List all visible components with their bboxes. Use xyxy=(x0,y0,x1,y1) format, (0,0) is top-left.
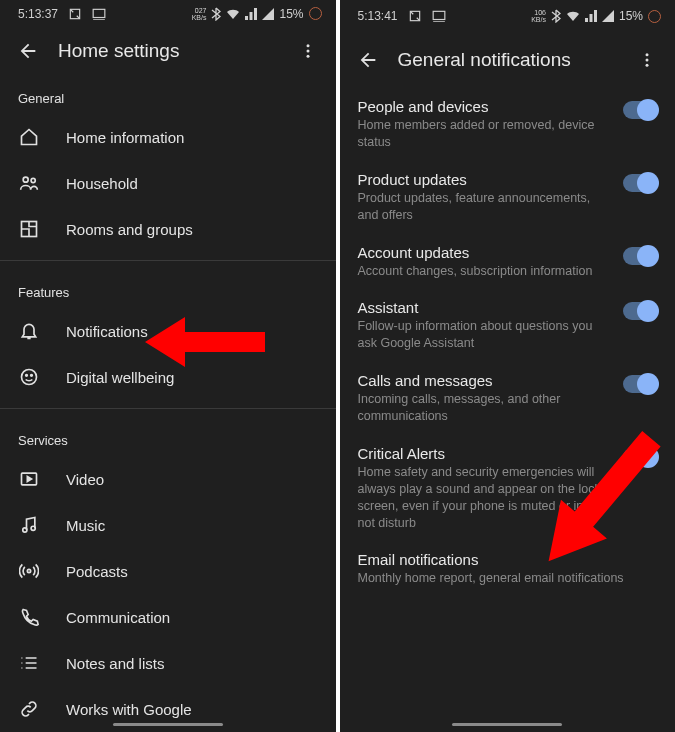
toggle-switch[interactable] xyxy=(623,448,657,466)
svg-point-18 xyxy=(646,59,649,62)
svg-point-3 xyxy=(306,50,309,53)
toggle-title: Account updates xyxy=(358,244,612,261)
item-label: Home information xyxy=(66,129,184,146)
svg-point-2 xyxy=(306,45,309,48)
toggle-title: Calls and messages xyxy=(358,372,612,389)
cast-icon xyxy=(92,8,106,20)
battery-pct: 15% xyxy=(279,7,303,21)
item-notes-lists[interactable]: Notes and lists xyxy=(0,640,336,686)
arrow-back-icon xyxy=(357,49,379,71)
item-communication[interactable]: Communication xyxy=(0,594,336,640)
svg-point-6 xyxy=(31,179,35,183)
back-button[interactable] xyxy=(10,33,46,69)
section-header-general: General xyxy=(0,75,336,114)
toggle-title: Product updates xyxy=(358,171,612,188)
toggle-critical-alerts[interactable]: Critical Alerts Home safety and security… xyxy=(340,435,676,542)
status-time: 5:13:37 xyxy=(18,7,58,21)
toggle-subtitle: Monthly home report, general email notif… xyxy=(358,570,646,587)
page-title: Home settings xyxy=(58,40,290,62)
app-bar: Home settings xyxy=(0,27,336,75)
more-vert-icon xyxy=(299,42,317,60)
signal-icon xyxy=(585,10,597,22)
toggle-subtitle: Follow-up information about questions yo… xyxy=(358,318,612,352)
toggle-title: Email notifications xyxy=(358,551,646,568)
phone-icon xyxy=(18,606,40,628)
net-speed: 106KB/s xyxy=(531,9,546,23)
toggle-product-updates[interactable]: Product updates Product updates, feature… xyxy=(340,161,676,234)
toggle-calls-messages[interactable]: Calls and messages Incoming calls, messa… xyxy=(340,362,676,435)
item-household[interactable]: Household xyxy=(0,160,336,206)
toggle-assistant[interactable]: Assistant Follow-up information about qu… xyxy=(340,289,676,362)
arrow-back-icon xyxy=(17,40,39,62)
bluetooth-icon xyxy=(551,9,561,23)
signal-icon xyxy=(245,8,257,20)
svg-rect-16 xyxy=(433,11,445,19)
svg-point-12 xyxy=(23,528,27,532)
svg-point-10 xyxy=(31,375,33,377)
item-label: Podcasts xyxy=(66,563,128,580)
item-label: Rooms and groups xyxy=(66,221,193,238)
nav-indicator[interactable] xyxy=(113,723,223,726)
people-icon xyxy=(18,172,40,194)
item-digital-wellbeing[interactable]: Digital wellbeing xyxy=(0,354,336,400)
more-button[interactable] xyxy=(290,33,326,69)
item-label: Video xyxy=(66,471,104,488)
item-rooms-groups[interactable]: Rooms and groups xyxy=(0,206,336,252)
signal-icon-2 xyxy=(602,10,614,22)
back-button[interactable] xyxy=(350,42,386,78)
svg-point-14 xyxy=(27,569,30,572)
toggle-switch[interactable] xyxy=(623,302,657,320)
toggle-email-notifications[interactable]: Email notifications Monthly home report,… xyxy=(340,541,676,597)
section-header-features: Features xyxy=(0,269,336,308)
item-label: Communication xyxy=(66,609,170,626)
wifi-icon xyxy=(226,8,240,20)
page-title: General notifications xyxy=(398,49,630,71)
bluetooth-icon xyxy=(211,7,221,21)
item-home-information[interactable]: Home information xyxy=(0,114,336,160)
svg-point-4 xyxy=(306,55,309,58)
nav-indicator[interactable] xyxy=(452,723,562,726)
divider xyxy=(0,260,336,261)
music-icon xyxy=(18,514,40,536)
net-speed: 027KB/s xyxy=(192,7,207,21)
divider xyxy=(0,408,336,409)
item-notifications[interactable]: Notifications xyxy=(0,308,336,354)
item-label: Notifications xyxy=(66,323,148,340)
screenshot-icon xyxy=(408,9,422,23)
toggle-people-devices[interactable]: People and devices Home members added or… xyxy=(340,88,676,161)
toggle-subtitle: Incoming calls, messages, and other comm… xyxy=(358,391,612,425)
toggle-switch[interactable] xyxy=(623,174,657,192)
item-music[interactable]: Music xyxy=(0,502,336,548)
screenshot-icon xyxy=(68,7,82,21)
item-video[interactable]: Video xyxy=(0,456,336,502)
app-bar: General notifications xyxy=(340,32,676,88)
battery-ring-icon xyxy=(309,7,322,20)
toggle-subtitle: Home safety and security emergencies wil… xyxy=(358,464,612,532)
svg-point-17 xyxy=(646,53,649,56)
more-button[interactable] xyxy=(629,42,665,78)
svg-point-19 xyxy=(646,64,649,67)
wellbeing-icon xyxy=(18,366,40,388)
svg-point-5 xyxy=(23,177,28,182)
toggle-switch[interactable] xyxy=(623,375,657,393)
svg-point-8 xyxy=(22,370,37,385)
status-bar: 5:13:37 027KB/s 15% xyxy=(0,0,336,27)
toggle-switch[interactable] xyxy=(623,101,657,119)
svg-point-13 xyxy=(31,526,35,530)
cast-icon xyxy=(432,10,446,22)
list-icon xyxy=(18,652,40,674)
toggle-subtitle: Account changes, subscription informatio… xyxy=(358,263,612,280)
toggle-switch[interactable] xyxy=(623,247,657,265)
item-label: Notes and lists xyxy=(66,655,164,672)
battery-ring-icon xyxy=(648,10,661,23)
home-icon xyxy=(18,126,40,148)
video-icon xyxy=(18,468,40,490)
item-podcasts[interactable]: Podcasts xyxy=(0,548,336,594)
toggle-subtitle: Home members added or removed, device st… xyxy=(358,117,612,151)
section-header-services: Services xyxy=(0,417,336,456)
wifi-icon xyxy=(566,10,580,22)
svg-rect-1 xyxy=(93,9,105,17)
toggle-account-updates[interactable]: Account updates Account changes, subscri… xyxy=(340,234,676,290)
toggle-title: Critical Alerts xyxy=(358,445,612,462)
item-label: Works with Google xyxy=(66,701,192,718)
